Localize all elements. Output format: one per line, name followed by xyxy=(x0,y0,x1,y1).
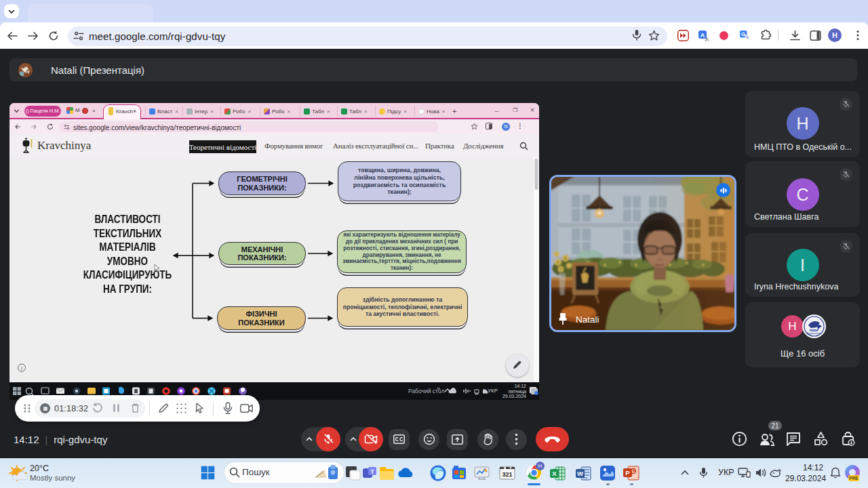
svg-text:321: 321 xyxy=(502,471,512,478)
svg-text:i: i xyxy=(21,365,22,371)
svg-text:X: X xyxy=(552,470,557,477)
svg-text:あ: あ xyxy=(705,37,709,42)
svg-text:T: T xyxy=(370,468,374,475)
svg-text:P: P xyxy=(625,469,630,476)
svg-text:Відокремлен: Відокремлен xyxy=(807,332,821,335)
svg-text:W: W xyxy=(577,470,583,477)
svg-text:G: G xyxy=(741,31,745,37)
